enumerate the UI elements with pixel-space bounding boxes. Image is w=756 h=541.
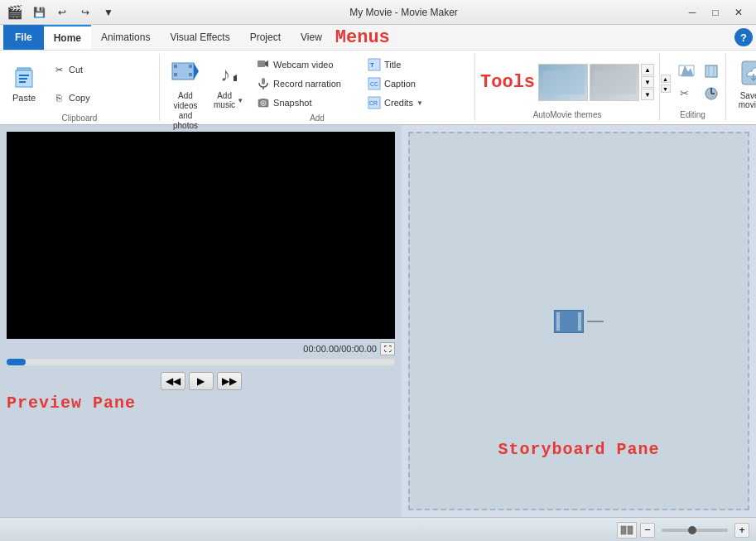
svg-rect-8 bbox=[174, 73, 177, 76]
theme-strip: ▲ ▼ ▼ bbox=[538, 64, 654, 101]
snapshot-button[interactable]: Snapshot bbox=[251, 94, 359, 112]
tab-file[interactable]: File bbox=[3, 25, 44, 50]
svg-marker-14 bbox=[265, 60, 268, 67]
preview-pane: 00:00.00/00:00.00 ⛶ ◀◀ ▶ ▶▶ Preview Pane bbox=[0, 125, 402, 517]
add-music-label: Add music ▼ bbox=[214, 91, 243, 109]
record-narration-button[interactable]: Record narration bbox=[251, 75, 359, 93]
add-items: Add videos and photos ♪ Add music ▼ bbox=[165, 56, 469, 112]
edit-btn-2[interactable] bbox=[701, 60, 722, 82]
ribbon-collapse-up[interactable]: ▲ bbox=[661, 75, 671, 83]
add-videos-label: Add videos and photos bbox=[169, 91, 202, 131]
edit-btn-3[interactable]: ✂ bbox=[676, 83, 697, 104]
theme-thumb-1[interactable] bbox=[538, 64, 588, 101]
automovie-items: Tools bbox=[480, 56, 654, 109]
theme-scroll-down[interactable]: ▼ bbox=[641, 89, 654, 100]
add-group: Add videos and photos ♪ Add music ▼ bbox=[160, 54, 475, 121]
storyboard-view-btn[interactable] bbox=[617, 522, 637, 539]
svg-marker-6 bbox=[194, 63, 199, 80]
credits-label: Credits bbox=[384, 98, 413, 108]
zoom-thumb bbox=[688, 526, 696, 534]
caption-button[interactable]: CC Caption bbox=[362, 75, 469, 93]
quick-dropdown-btn[interactable]: ▼ bbox=[98, 4, 119, 21]
zoom-in-btn[interactable]: + bbox=[734, 523, 749, 538]
quick-save-btn[interactable]: 💾 bbox=[28, 4, 50, 21]
seek-fill bbox=[7, 359, 26, 365]
svg-rect-7 bbox=[174, 65, 177, 68]
theme-scroll-up[interactable]: ▲ bbox=[641, 64, 654, 75]
main-content: 00:00.00/00:00.00 ⛶ ◀◀ ▶ ▶▶ Preview Pane… bbox=[0, 125, 756, 517]
edit-btn-4[interactable] bbox=[701, 83, 722, 104]
add-music-icon: ♪ bbox=[219, 58, 238, 89]
zoom-slider[interactable] bbox=[662, 529, 728, 532]
tab-view[interactable]: View bbox=[291, 25, 332, 50]
theme-thumb-2[interactable] bbox=[590, 64, 639, 101]
paste-label: Paste bbox=[12, 93, 36, 103]
quick-undo-btn[interactable]: ↩ bbox=[51, 4, 73, 21]
paste-icon bbox=[11, 65, 37, 91]
svg-rect-43 bbox=[621, 526, 626, 534]
svg-rect-32 bbox=[705, 65, 717, 77]
close-btn[interactable]: ✕ bbox=[728, 4, 749, 21]
credits-button[interactable]: CR Credits ▼ bbox=[362, 94, 469, 112]
editing-group: ▲ ▼ bbox=[660, 54, 726, 121]
clipboard-group-label: Clipboard bbox=[62, 112, 98, 123]
add-videos-button[interactable]: Add videos and photos bbox=[165, 56, 206, 112]
credits-dropdown-arrow: ▼ bbox=[417, 99, 423, 107]
add-music-button[interactable]: ♪ Add music ▼ bbox=[209, 56, 248, 112]
storyboard-pane-label: Storyboard Pane bbox=[498, 440, 659, 459]
svg-rect-10 bbox=[189, 73, 192, 76]
status-bar: − + bbox=[0, 517, 756, 541]
zoom-out-btn[interactable]: − bbox=[640, 523, 655, 538]
fullscreen-btn[interactable]: ⛶ bbox=[380, 342, 395, 355]
add-sub-group: Webcam video Record narration bbox=[251, 56, 359, 112]
app-icon: 🎬 bbox=[7, 4, 23, 20]
svg-text:♪: ♪ bbox=[220, 63, 230, 85]
tab-project[interactable]: Project bbox=[240, 25, 291, 50]
copy-button[interactable]: ⎘ Copy bbox=[46, 85, 154, 112]
copy-icon: ⎘ bbox=[52, 91, 65, 104]
add-videos-icon bbox=[171, 58, 200, 89]
record-narration-label: Record narration bbox=[273, 79, 341, 89]
next-frame-button[interactable]: ▶▶ bbox=[217, 372, 242, 390]
help-btn[interactable]: ? bbox=[734, 28, 753, 46]
ribbon-tabs: File Home Animations Visual Effects Proj… bbox=[0, 25, 756, 50]
svg-rect-15 bbox=[262, 78, 265, 85]
clipboard-items: Paste ✂ Cut ⎘ Copy bbox=[5, 56, 154, 112]
tab-home[interactable]: Home bbox=[44, 25, 91, 50]
minimize-btn[interactable]: ─ bbox=[681, 4, 703, 21]
tab-visual-effects[interactable]: Visual Effects bbox=[160, 25, 239, 50]
quick-redo-btn[interactable]: ↪ bbox=[75, 4, 96, 21]
ribbon-collapse-down[interactable]: ▼ bbox=[661, 85, 671, 93]
prev-frame-button[interactable]: ◀◀ bbox=[161, 372, 185, 390]
cut-icon: ✂ bbox=[52, 63, 65, 76]
tab-animations[interactable]: Animations bbox=[91, 25, 160, 50]
cut-button[interactable]: ✂ Cut bbox=[46, 56, 154, 84]
svg-text:T: T bbox=[370, 61, 374, 69]
add-music-dropdown-arrow: ▼ bbox=[237, 97, 243, 104]
theme-scroll-dropdown[interactable]: ▼ bbox=[641, 76, 654, 88]
svg-rect-30 bbox=[595, 71, 636, 94]
editing-grid: ✂ bbox=[676, 60, 725, 104]
edit-btn-1[interactable] bbox=[676, 60, 697, 82]
playback-buttons: ◀◀ ▶ ▶▶ bbox=[7, 372, 395, 390]
play-button[interactable]: ▶ bbox=[189, 372, 214, 390]
add-group-label: Add bbox=[310, 112, 325, 123]
svg-rect-44 bbox=[628, 526, 633, 534]
automovie-group-label: AutoMovie themes bbox=[533, 109, 602, 119]
preview-controls: 00:00.00/00:00.00 ⛶ ◀◀ ▶ ▶▶ bbox=[7, 342, 395, 390]
maximize-btn[interactable]: □ bbox=[705, 4, 726, 21]
ribbon: File Home Animations Visual Effects Proj… bbox=[0, 25, 756, 125]
webcam-video-button[interactable]: Webcam video bbox=[251, 56, 359, 74]
title-button[interactable]: T Title bbox=[362, 56, 469, 74]
time-display: 00:00.00/00:00.00 ⛶ bbox=[7, 342, 395, 355]
svg-rect-20 bbox=[261, 99, 266, 100]
paste-button[interactable]: Paste bbox=[5, 56, 43, 112]
snapshot-icon bbox=[257, 96, 270, 109]
svg-text:✂: ✂ bbox=[680, 87, 689, 99]
storyboard-pane: Storyboard Pane bbox=[408, 132, 749, 510]
caption-label: Caption bbox=[384, 79, 416, 89]
credits-icon: CR bbox=[368, 96, 381, 109]
title-label: Title bbox=[384, 60, 401, 70]
seek-bar[interactable] bbox=[7, 359, 395, 365]
save-movie-button[interactable]: Save movie ▼ bbox=[733, 56, 756, 112]
